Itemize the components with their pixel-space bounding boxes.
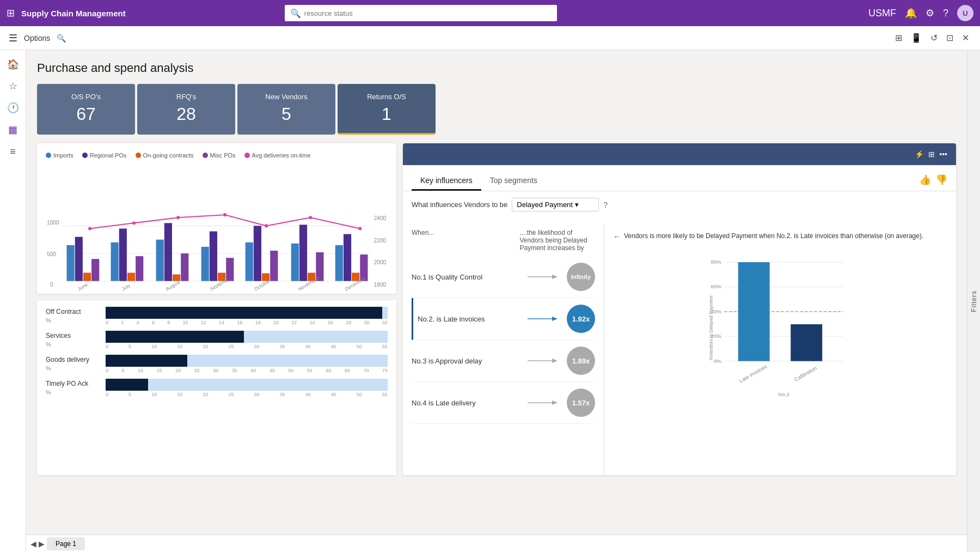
kpi-card-3[interactable]: Returns O/S 1 <box>338 84 436 135</box>
influencers-split: When... ....the likelihood of Vendors be… <box>403 225 956 475</box>
bubble-2: 1.92x <box>567 305 595 333</box>
nav-next[interactable]: ▶ <box>39 539 45 548</box>
svg-text:0%: 0% <box>714 358 721 364</box>
sidebar: 🏠 ☆ 🕐 ▦ ≡ <box>0 50 26 552</box>
kpi-label-3: Returns O/S <box>351 93 422 101</box>
search-icon-small[interactable]: 🔍 <box>57 34 66 43</box>
nav-prev[interactable]: ◀ <box>30 539 36 548</box>
bar-bg-goods <box>106 355 388 367</box>
key-inf-tabs: Key influencers Top segments <box>403 165 956 191</box>
bar-chart-card: Off Contract % 0246810121416182022242628… <box>37 300 396 475</box>
svg-text:%Vendors is Delayed Payment: %Vendors is Delayed Payment <box>708 295 714 361</box>
filter-label: Filters <box>970 290 978 312</box>
thumb-row: 👍 👎 <box>919 174 947 186</box>
svg-rect-27 <box>254 226 261 281</box>
svg-text:June: June <box>77 282 89 292</box>
inf-description: ← Vendors is more likely to be Delayed P… <box>613 231 947 242</box>
kpi-value-2: 5 <box>250 104 322 124</box>
page-tab[interactable]: Page 1 <box>47 537 85 550</box>
kpi-row: O/S PO's 67 RFQ's 28 New Vendors 5 Retur… <box>37 84 956 135</box>
kpi-card-2[interactable]: New Vendors 5 <box>237 84 335 135</box>
sidebar-item-star[interactable]: ☆ <box>3 76 23 96</box>
svg-rect-31 <box>299 225 307 281</box>
tab-top-segments[interactable]: Top segments <box>481 172 546 191</box>
combo-chart-card: Imports Regional POs On-going contracts <box>37 143 396 294</box>
svg-marker-56 <box>552 317 558 321</box>
help-circle-icon[interactable]: ? <box>603 201 608 209</box>
svg-text:Calibration: Calibration <box>793 365 818 383</box>
bar-fg-timely <box>106 379 148 391</box>
vertical-chart-panel: ← Vendors is more likely to be Delayed P… <box>604 225 956 475</box>
thumbs-down-icon[interactable]: 👎 <box>935 174 947 186</box>
search-bar[interactable]: 🔍 <box>285 5 557 21</box>
avatar[interactable]: U <box>957 5 973 21</box>
bubble-1: Infinity <box>567 263 595 291</box>
svg-point-44 <box>358 227 362 230</box>
sidebar-item-recent[interactable]: 🕐 <box>3 98 23 118</box>
when-header-row: When... ....the likelihood of Vendors be… <box>412 229 595 252</box>
legend-dot-imports <box>46 153 51 158</box>
refresh-icon[interactable]: ↺ <box>928 31 940 45</box>
phone-icon[interactable]: 📱 <box>909 31 924 45</box>
chevron-down-icon: ▾ <box>575 201 579 209</box>
inf-name-4: No.4 is Late delivery <box>412 399 521 407</box>
svg-point-41 <box>223 213 226 216</box>
hamburger-icon[interactable]: ☰ <box>9 32 17 44</box>
svg-text:1800: 1800 <box>374 282 387 288</box>
svg-rect-72 <box>738 262 770 361</box>
grid-icon[interactable]: ⊞ <box>7 7 15 19</box>
influencer-item-1[interactable]: No.1 is Quality Control Infinity <box>412 256 595 298</box>
bar-label-services: Services % <box>46 332 106 348</box>
question-row: What influences Vendors to be Delayed Pa… <box>403 191 956 216</box>
search-input[interactable] <box>304 9 552 17</box>
main-content: Purchase and spend analysis O/S PO's 67 … <box>26 50 967 552</box>
svg-rect-16 <box>127 273 135 281</box>
filter-icon[interactable]: ⚡ <box>915 150 924 159</box>
bar-fg-services <box>106 331 244 343</box>
dropdown-delayed-payment[interactable]: Delayed Payment ▾ <box>512 198 599 211</box>
bar-row-goods: Goods delivery % 05101520253035404550556… <box>46 355 388 373</box>
svg-rect-34 <box>335 245 343 281</box>
close-icon[interactable]: ✕ <box>960 31 971 45</box>
influencer-list-panel: When... ....the likelihood of Vendors be… <box>403 225 604 475</box>
svg-rect-26 <box>246 242 253 281</box>
thumbs-up-icon[interactable]: 👍 <box>919 174 931 186</box>
settings-icon[interactable]: ⚙ <box>926 7 934 19</box>
legend-ongoing: On-going contracts <box>136 152 194 159</box>
bar-area-services: 0510152025303540455055 <box>106 331 388 349</box>
influencer-item-3[interactable]: No.3 is Approval delay 1.89x <box>412 340 595 382</box>
legend-label-misc: Misc POs <box>210 152 236 159</box>
tab-key-influencers[interactable]: Key influencers <box>412 172 481 191</box>
bar-axis-off-contract: 02468101214161820222426283032 <box>106 320 388 325</box>
bar-row-off-contract: Off Contract % 0246810121416182022242628… <box>46 307 388 325</box>
legend-regional: Regional POs <box>82 152 127 159</box>
svg-point-38 <box>88 227 91 230</box>
legend-misc: Misc POs <box>203 152 236 159</box>
svg-rect-19 <box>164 223 172 281</box>
svg-text:60%: 60% <box>711 283 722 289</box>
more-icon[interactable]: ••• <box>939 150 947 159</box>
back-arrow-icon[interactable]: ← <box>613 231 621 242</box>
kpi-value-1: 28 <box>150 104 222 124</box>
sidebar-item-dashboard[interactable]: ▦ <box>3 120 23 139</box>
influencer-item-2[interactable]: No.2. is Late invoices 1.92x <box>412 298 595 340</box>
sidebar-item-home[interactable]: 🏠 <box>3 54 23 74</box>
key-influencers-panel: ⚡ ⊞ ••• Key influencers Top segments 👍 👎 <box>403 143 956 475</box>
arrow-svg-3 <box>528 355 560 366</box>
expand-icon[interactable]: ⊡ <box>944 31 955 45</box>
sidebar-item-list[interactable]: ≡ <box>3 142 23 161</box>
legend-label-regional: Regional POs <box>90 152 127 159</box>
legend-label-imports: Imports <box>53 152 74 159</box>
svg-rect-73 <box>791 324 822 361</box>
bell-icon[interactable]: 🔔 <box>905 7 917 19</box>
vertical-bar-chart-svg: 80% 60% 40% 20% 0% <box>613 249 947 402</box>
grid-icon[interactable]: ⊞ <box>928 150 935 159</box>
grid-view-icon[interactable]: ⊞ <box>893 31 904 45</box>
help-icon[interactable]: ? <box>943 8 948 19</box>
svg-marker-54 <box>552 275 558 279</box>
kpi-card-0[interactable]: O/S PO's 67 <box>37 84 135 135</box>
kpi-value-3: 1 <box>351 104 422 124</box>
svg-text:500: 500 <box>47 251 56 257</box>
kpi-card-1[interactable]: RFQ's 28 <box>137 84 235 135</box>
influencer-item-4[interactable]: No.4 is Late delivery 1.57x <box>412 382 595 424</box>
